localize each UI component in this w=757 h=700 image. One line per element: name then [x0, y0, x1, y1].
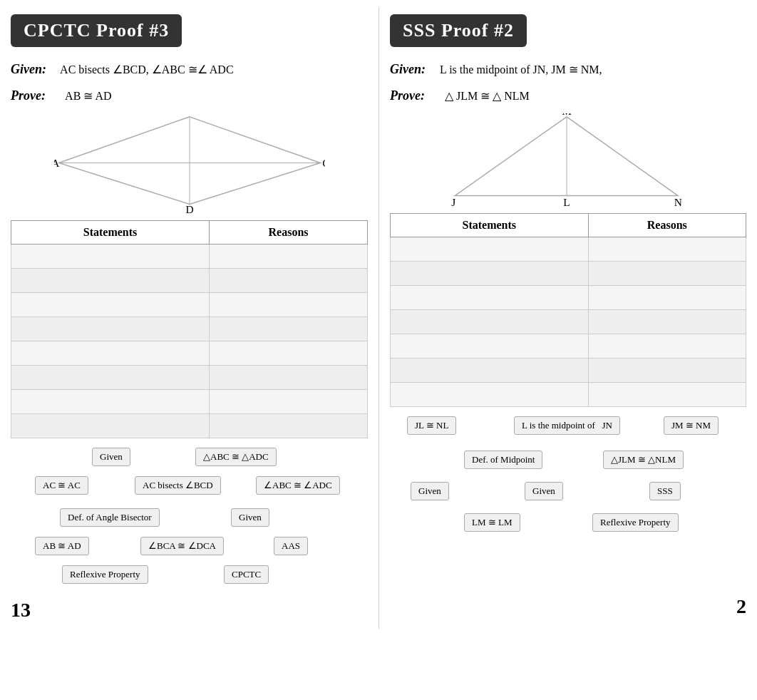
- tile-jm-nm[interactable]: JM ≅ NM: [664, 416, 719, 435]
- right-statements-header: Statements: [391, 214, 589, 237]
- table-row: [391, 359, 746, 383]
- svg-text:L: L: [563, 196, 570, 206]
- table-row: [11, 390, 368, 414]
- left-prove-label: Prove:: [11, 88, 46, 103]
- right-prove-text: △ JLM ≅ △ NLM: [445, 90, 530, 102]
- tile-abc-adc[interactable]: △ABC ≅ △ADC: [195, 448, 277, 466]
- right-prove-label: Prove:: [390, 88, 425, 103]
- right-proof-title: SSS Proof #2: [390, 14, 527, 47]
- table-row: [391, 334, 746, 359]
- svg-text:A: A: [54, 157, 60, 169]
- tile-given-2[interactable]: Given: [231, 508, 269, 527]
- table-row: [11, 341, 368, 366]
- tile-given-r2[interactable]: Given: [525, 482, 563, 500]
- table-row: [11, 317, 368, 341]
- left-statements-header: Statements: [11, 221, 210, 245]
- table-row: [391, 237, 746, 262]
- tile-ab-ad[interactable]: AB ≅ AD: [35, 537, 89, 555]
- tile-sss[interactable]: SSS: [649, 482, 681, 500]
- right-page-number: 2: [736, 595, 746, 618]
- svg-text:B: B: [185, 113, 192, 115]
- left-page-number: 13: [11, 599, 368, 622]
- tile-jl-nl[interactable]: JL ≅ NL: [407, 416, 456, 435]
- svg-text:N: N: [674, 196, 682, 206]
- right-proof-table: Statements Reasons: [390, 213, 746, 407]
- tile-lm-lm[interactable]: LM ≅ LM: [464, 513, 520, 532]
- right-diagram: M J L N: [447, 113, 689, 206]
- table-row: [11, 293, 368, 317]
- tile-aas[interactable]: AAS: [274, 537, 308, 555]
- tile-reflexive-right[interactable]: Reflexive Property: [592, 513, 679, 532]
- tile-ac-ac[interactable]: AC ≅ AC: [35, 476, 88, 495]
- tile-given-r1[interactable]: Given: [411, 482, 449, 500]
- left-tiles-area: Given △ABC ≅ △ADC AC ≅ AC AC bisects ∠BC…: [11, 446, 368, 595]
- tile-l-midpoint-jn[interactable]: L is the midpoint of JN: [514, 416, 620, 435]
- left-prove-text: AB ≅ AD: [65, 90, 111, 102]
- tile-ac-bisects[interactable]: AC bisects ∠BCD: [135, 476, 221, 495]
- tile-reflexive-left[interactable]: Reflexive Property: [62, 565, 148, 584]
- tile-cpctc[interactable]: CPCTC: [224, 565, 269, 584]
- table-row: [11, 414, 368, 438]
- tile-abc-adc-angle[interactable]: ∠ABC ≅ ∠ADC: [256, 476, 340, 495]
- left-proof-table: Statements Reasons: [11, 220, 368, 438]
- left-reasons-header: Reasons: [210, 221, 368, 245]
- tile-jlm-nlm[interactable]: △JLM ≅ △NLM: [603, 451, 684, 469]
- svg-text:M: M: [562, 113, 572, 117]
- left-diagram: B A C D: [54, 113, 325, 213]
- table-row: [391, 383, 746, 407]
- table-row: [11, 245, 368, 269]
- right-given-label: Given:: [390, 62, 426, 76]
- svg-text:C: C: [322, 157, 325, 169]
- right-given-text: L is the midpoint of JN, JM ≅ NM,: [440, 63, 602, 76]
- tile-given-1[interactable]: Given: [92, 448, 130, 466]
- table-row: [11, 366, 368, 390]
- table-row: [391, 262, 746, 286]
- tile-def-angle-bisector[interactable]: Def. of Angle Bisector: [60, 508, 160, 527]
- left-proof-title: CPCTC Proof #3: [11, 14, 182, 47]
- table-row: [391, 310, 746, 334]
- left-given-text: AC bisects ∠BCD, ∠ABC ≅∠ ADC: [60, 63, 233, 76]
- tile-def-midpoint[interactable]: Def. of Midpoint: [464, 451, 542, 469]
- svg-text:J: J: [451, 196, 455, 206]
- table-row: [11, 269, 368, 293]
- svg-text:D: D: [185, 203, 193, 213]
- left-given-label: Given:: [11, 62, 46, 76]
- tile-bca-dca[interactable]: ∠BCA ≅ ∠DCA: [140, 537, 224, 555]
- right-reasons-header: Reasons: [588, 214, 746, 237]
- right-tiles-area: JL ≅ NL L is the midpoint of JN JM ≅ NM …: [390, 414, 746, 557]
- table-row: [391, 286, 746, 310]
